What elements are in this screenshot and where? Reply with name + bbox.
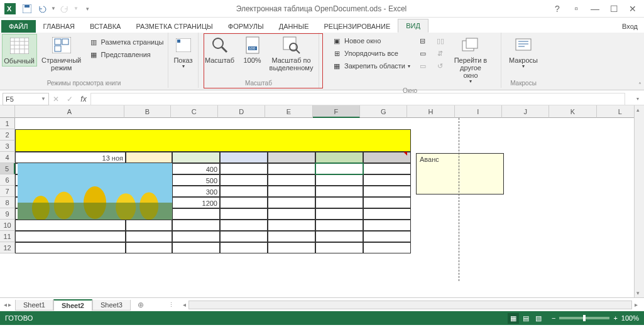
row-header-11[interactable]: 11 (0, 231, 15, 242)
tab-insert[interactable]: ВСТАВКА (82, 20, 128, 33)
chevron-down-icon[interactable]: ▼ (41, 96, 46, 102)
cell-G10[interactable] (363, 220, 411, 231)
cell-C11[interactable] (172, 231, 220, 242)
cell-F6[interactable] (315, 174, 363, 186)
sheet-tab-1[interactable]: Sheet1 (15, 300, 53, 311)
redo-dropdown-icon[interactable]: ▼ (73, 2, 79, 16)
cell-F8[interactable] (315, 197, 363, 208)
reset-pos-button[interactable]: ↺ (433, 60, 448, 72)
hide-button[interactable]: ▭ (415, 48, 430, 59)
cell-F4[interactable] (315, 152, 363, 163)
page-layout-button[interactable]: ▥Разметка страницы (86, 36, 166, 48)
cell-F7[interactable] (315, 186, 363, 197)
cell-D9[interactable] (220, 208, 268, 220)
cell-A10[interactable] (15, 220, 126, 231)
tab-scroll-split-icon[interactable]: ⋮ (166, 302, 177, 308)
zoom-level[interactable]: 100% (621, 314, 639, 322)
tab-review[interactable]: РЕЦЕНЗИРОВАНИЕ (316, 20, 398, 33)
cell-F9[interactable] (315, 208, 363, 220)
tab-page-layout[interactable]: РАЗМЕТКА СТРАНИЦЫ (128, 20, 220, 33)
zoom-button[interactable]: Масштаб (202, 34, 237, 65)
macros-button[interactable]: Макросы▾ (506, 34, 541, 71)
row-header-1[interactable]: 1 (0, 118, 15, 129)
cell-B12[interactable] (126, 242, 172, 253)
normal-view-button[interactable]: Обычный (2, 34, 37, 67)
cell-F11[interactable] (315, 231, 363, 242)
cell-C10[interactable] (172, 220, 220, 231)
row-header-6[interactable]: 6 (0, 174, 15, 186)
cell-E8[interactable] (268, 197, 315, 208)
split-button[interactable]: ⊟ (415, 35, 430, 46)
cell-F5[interactable] (315, 163, 363, 174)
zoom-slider[interactable] (559, 317, 609, 319)
row-header-7[interactable]: 7 (0, 186, 15, 197)
col-header-J[interactable]: J (502, 105, 549, 118)
sheet-nav-prev-icon[interactable]: ◂ (4, 301, 7, 308)
maximize-button[interactable]: ☐ (605, 2, 623, 16)
row-header-9[interactable]: 9 (0, 208, 15, 220)
new-window-button[interactable]: ▣Новое окно (329, 35, 413, 46)
save-icon[interactable] (20, 2, 34, 16)
custom-views-button[interactable]: ▦Представления (86, 49, 166, 60)
sync-scroll-button[interactable]: ⇵ (433, 48, 448, 59)
signin-link[interactable]: Вход (616, 20, 644, 33)
cell-D12[interactable] (220, 242, 268, 253)
row-header-4[interactable]: 4 (0, 152, 15, 163)
row-header-8[interactable]: 8 (0, 197, 15, 208)
cell-A11[interactable] (15, 231, 126, 242)
image-tulips[interactable] (18, 163, 172, 220)
qat-customize-icon[interactable]: ▾ (80, 2, 94, 16)
cell-D10[interactable] (220, 220, 268, 231)
select-all-corner[interactable] (0, 105, 15, 118)
show-button[interactable]: Показ▾ (171, 34, 196, 71)
zoom-100-button[interactable]: 100 100% (240, 34, 265, 65)
cell-D4[interactable] (220, 152, 268, 163)
add-sheet-button[interactable]: ⊕ (134, 301, 147, 309)
cell-G5[interactable] (363, 163, 411, 174)
cell-E12[interactable] (268, 242, 315, 253)
enter-formula-icon[interactable]: ✓ (63, 93, 77, 105)
undo-icon[interactable] (35, 2, 49, 16)
row-header-2[interactable]: 2 (0, 129, 15, 141)
cell-D8[interactable] (220, 197, 268, 208)
view-page-layout-icon[interactable]: ▤ (520, 313, 532, 324)
minimize-button[interactable]: — (586, 2, 604, 16)
cell-B11[interactable] (126, 231, 172, 242)
freeze-panes-button[interactable]: ▦Закрепить области ▾ (329, 60, 413, 72)
view-page-break-icon[interactable]: ▧ (533, 313, 544, 324)
vertical-scrollbar[interactable]: ▴▾ (634, 105, 644, 297)
cell-G9[interactable] (363, 208, 411, 220)
cell-G12[interactable] (363, 242, 411, 253)
cell-A12[interactable] (15, 242, 126, 253)
arrange-all-button[interactable]: ⊞Упорядочить все (329, 48, 413, 59)
tab-file[interactable]: ФАЙЛ (1, 20, 36, 33)
cell-C9[interactable] (172, 208, 220, 220)
cell-B10[interactable] (126, 220, 172, 231)
col-header-A[interactable]: A (15, 105, 124, 118)
cell-C8[interactable]: 1200 (172, 197, 220, 208)
cell-E10[interactable] (268, 220, 315, 231)
cell-G7[interactable] (363, 186, 411, 197)
col-header-K[interactable]: K (549, 105, 596, 118)
cell-G8[interactable] (363, 197, 411, 208)
col-header-E[interactable]: E (265, 105, 312, 118)
merged-yellow[interactable] (15, 129, 411, 152)
cell-D6[interactable] (220, 174, 268, 186)
col-header-H[interactable]: H (407, 105, 454, 118)
cell-E11[interactable] (268, 231, 315, 242)
zoom-out-button[interactable]: − (552, 314, 555, 322)
undo-dropdown-icon[interactable]: ▼ (50, 2, 57, 16)
collapse-ribbon-icon[interactable]: ˄ (638, 82, 641, 88)
col-header-I[interactable]: I (455, 105, 502, 118)
cell-A4[interactable]: 13 ноя (15, 152, 126, 163)
sheet-nav-next-icon[interactable]: ▸ (8, 301, 11, 308)
col-header-F[interactable]: F (313, 105, 360, 118)
col-header-D[interactable]: D (218, 105, 265, 118)
cell-F10[interactable] (315, 220, 363, 231)
row-header-12[interactable]: 12 (0, 242, 15, 253)
cell-E7[interactable] (268, 186, 315, 197)
close-button[interactable]: ✕ (624, 2, 641, 16)
name-box[interactable]: F5▼ (3, 93, 49, 105)
col-header-C[interactable]: C (171, 105, 218, 118)
switch-window-button[interactable]: Перейти в другое окно▾ (450, 34, 491, 86)
